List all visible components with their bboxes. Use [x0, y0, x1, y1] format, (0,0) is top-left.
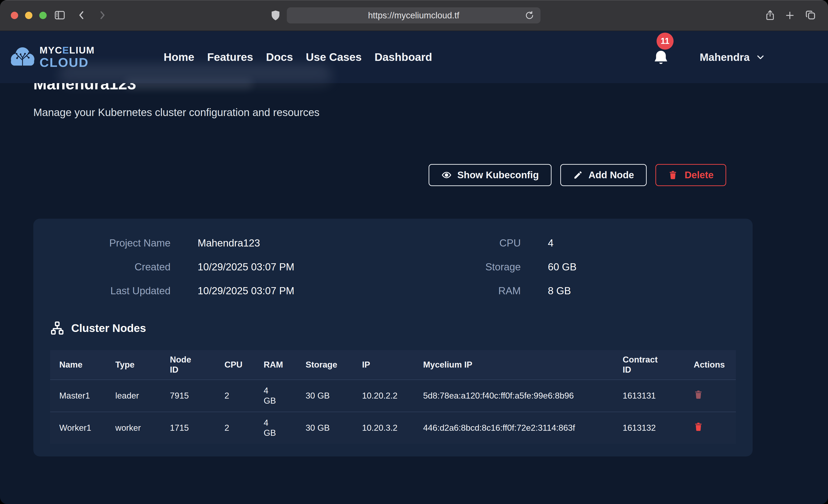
nav-link-docs[interactable]: Docs [266, 51, 293, 64]
nav-link-features[interactable]: Features [207, 51, 253, 64]
info-label-project-name: Project Name [50, 237, 170, 249]
column-header-storage: Storage [296, 350, 353, 380]
cell-ip: 10.20.2.2 [353, 380, 414, 412]
sidebar-toggle-icon[interactable] [53, 9, 66, 21]
url-bar[interactable]: https://myceliumcloud.tf [287, 7, 540, 24]
info-label-cpu: CPU [386, 237, 521, 249]
cluster-card: Project Name Mahendra123 CPU 4 Created 1… [33, 219, 753, 456]
trash-icon [694, 389, 703, 400]
info-label-created: Created [50, 261, 170, 273]
info-value-project-name: Mahendra123 [170, 237, 386, 249]
cell-actions [685, 380, 736, 412]
user-name: Mahendra [700, 51, 750, 64]
eye-icon [441, 170, 452, 180]
column-header-contract-id: Contract ID [614, 350, 685, 380]
site-navbar: MYCELIUM CLOUD Home Features Docs Use Ca… [0, 31, 828, 83]
close-window-button[interactable] [11, 12, 18, 19]
brand-e-glyph: E [62, 45, 69, 55]
column-header-node-id: Node ID [161, 350, 215, 380]
info-label-storage: Storage [386, 261, 521, 273]
cell-type: leader [106, 380, 161, 412]
new-tab-button[interactable] [784, 10, 796, 21]
browser-chrome: https://myceliumcloud.tf [0, 0, 828, 31]
cloud-logo-icon [10, 45, 35, 69]
info-value-last-updated: 10/29/2025 03:07 PM [170, 285, 386, 297]
column-header-cpu: CPU [215, 350, 254, 380]
info-value-created: 10/29/2025 03:07 PM [170, 261, 386, 273]
section-title: Cluster Nodes [71, 322, 146, 334]
cell-type: worker [106, 412, 161, 444]
nav-link-use-cases[interactable]: Use Cases [306, 51, 362, 64]
nav-link-dashboard[interactable]: Dashboard [375, 51, 432, 64]
share-button[interactable] [764, 8, 776, 22]
trash-icon [694, 422, 703, 432]
column-header-ip: IP [353, 350, 414, 380]
network-icon [50, 321, 64, 335]
back-button[interactable] [76, 9, 87, 21]
url-text: https://myceliumcloud.tf [368, 10, 459, 20]
pencil-icon [573, 170, 583, 180]
column-header-actions: Actions [685, 350, 736, 380]
cluster-actions: Show Kubeconfig Add Node Delete [33, 164, 753, 186]
cell-storage: 30 GB [296, 380, 353, 412]
tab-overview-button[interactable] [804, 9, 817, 21]
table-row-master1: Master1 leader 7915 2 4 GB 30 GB 10.20.2… [50, 380, 736, 412]
column-header-mycelium-ip: Mycelium IP [414, 350, 613, 380]
browser-window: https://myceliumcloud.tf [0, 0, 828, 504]
show-kubeconfig-button[interactable]: Show Kubeconfig [428, 164, 551, 186]
plus-icon [784, 10, 796, 21]
delete-cluster-button[interactable]: Delete [655, 164, 726, 186]
cell-contract-id: 1613132 [614, 412, 685, 444]
blurred-watermark-2 [124, 79, 253, 89]
column-header-ram: RAM [254, 350, 296, 380]
cell-ip: 10.20.3.2 [353, 412, 414, 444]
delete-node-button[interactable] [694, 422, 703, 432]
tab-overview-icon [804, 9, 817, 21]
forward-button[interactable] [96, 9, 108, 21]
add-node-button[interactable]: Add Node [560, 164, 647, 186]
nodes-table: Name Type Node ID CPU RAM Storage IP Myc… [50, 350, 736, 444]
user-menu[interactable]: Mahendra [700, 51, 765, 64]
cell-cpu: 2 [215, 380, 254, 412]
bell-icon [652, 49, 670, 68]
table-row-worker1: Worker1 worker 1715 2 4 GB 30 GB 10.20.3… [50, 412, 736, 444]
info-value-storage: 60 GB [521, 261, 736, 273]
delete-node-button[interactable] [694, 389, 703, 400]
column-header-type: Type [106, 350, 161, 380]
table-header-row: Name Type Node ID CPU RAM Storage IP Myc… [50, 350, 736, 380]
cell-name: Worker1 [50, 412, 106, 444]
cell-storage: 30 GB [296, 412, 353, 444]
nav-link-home[interactable]: Home [164, 51, 194, 64]
cell-mycelium-ip: 446:d2a6:8bcd:8c16:ff0f:72e2:3114:863f [414, 412, 613, 444]
cell-node-id: 7915 [161, 380, 215, 412]
cell-mycelium-ip: 5d8:78ea:a120:f40c:ff0f:a5fe:99e6:8b96 [414, 380, 613, 412]
cell-cpu: 2 [215, 412, 254, 444]
cluster-info: Project Name Mahendra123 CPU 4 Created 1… [50, 237, 736, 297]
traffic-lights [11, 12, 47, 19]
cluster-nodes-heading: Cluster Nodes [50, 321, 736, 335]
notification-bell[interactable]: 11 [652, 47, 672, 68]
cluster-page: Mahendra123 Manage your Kubernetes clust… [0, 75, 828, 456]
shield-icon[interactable] [270, 9, 282, 22]
cell-ram: 4 GB [254, 380, 296, 412]
info-label-last-updated: Last Updated [50, 285, 170, 297]
cell-actions [685, 412, 736, 444]
cell-contract-id: 1613131 [614, 380, 685, 412]
cell-name: Master1 [50, 380, 106, 412]
minimize-window-button[interactable] [25, 12, 32, 19]
info-value-ram: 8 GB [521, 285, 736, 297]
info-label-ram: RAM [386, 285, 521, 297]
info-value-cpu: 4 [521, 237, 736, 249]
zoom-window-button[interactable] [39, 12, 47, 19]
trash-icon [668, 170, 678, 180]
column-header-name: Name [50, 350, 106, 380]
cell-ram: 4 GB [254, 412, 296, 444]
reload-icon[interactable] [525, 10, 535, 23]
cell-node-id: 1715 [161, 412, 215, 444]
share-icon [764, 8, 776, 22]
chevron-down-icon [756, 52, 765, 62]
nav-links: Home Features Docs Use Cases Dashboard [164, 51, 432, 64]
page-subtitle: Manage your Kubernetes cluster configura… [33, 106, 753, 119]
notification-badge: 11 [657, 33, 673, 50]
